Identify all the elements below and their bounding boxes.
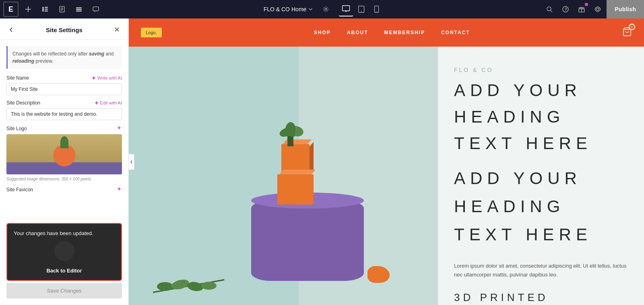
- gift-button[interactable]: [574, 2, 589, 16]
- website-preview: Logo. SHOP ABOUT MEMBERSHIP CONTACT 0: [129, 18, 644, 305]
- page-name: FLO & CO: [264, 6, 290, 12]
- site-logo-add-button[interactable]: [116, 125, 122, 132]
- top-bar: E: [0, 0, 644, 18]
- hero-heading-line2: HEADING: [454, 108, 628, 126]
- tablet-view-button[interactable]: [354, 2, 368, 16]
- svg-rect-3: [45, 7, 48, 8]
- svg-rect-5: [45, 10, 48, 12]
- hero-cta-line1: 3D PRINTED: [454, 291, 628, 304]
- customize-button[interactable]: [38, 2, 52, 16]
- logo-hint-text: Suggested image dimensions: 350 × 100 pi…: [6, 177, 122, 181]
- help-button[interactable]: ?: [558, 2, 573, 16]
- hero-heading-line1: ADD YOUR: [454, 81, 628, 100]
- edit-with-ai-button[interactable]: Edit with AI: [94, 100, 122, 105]
- back-button[interactable]: [6, 25, 16, 35]
- hero-subheading-line1: ADD YOUR: [454, 169, 628, 188]
- main-layout: Site Settings ✕ Changes will be reflecte…: [0, 18, 644, 305]
- notification-avatar: [54, 241, 74, 261]
- hero-content: FLO & CO ADD YOUR HEADING TEXT HERE ADD …: [438, 47, 644, 305]
- website-logo: Logo.: [141, 28, 162, 37]
- site-description-input[interactable]: [6, 108, 122, 120]
- notification-popup: Your changes have been updated. Back to …: [6, 223, 122, 281]
- elementor-logo[interactable]: E: [3, 2, 19, 17]
- site-logo-preview[interactable]: [6, 134, 122, 174]
- nav-contact[interactable]: CONTACT: [441, 30, 470, 35]
- site-logo-label: Site Logo: [6, 126, 27, 131]
- publish-button[interactable]: Publish: [607, 0, 644, 18]
- svg-point-22: [547, 7, 551, 11]
- brand-name: FLO & CO: [454, 67, 628, 73]
- svg-point-19: [361, 11, 361, 12]
- cart-count: 0: [629, 24, 635, 30]
- top-bar-left: E: [3, 2, 103, 17]
- hero-body-text: Lorem ipsum dolor sit amet, consectetur …: [454, 262, 628, 279]
- cta-block: 3D PRINTED VASES: [454, 291, 628, 305]
- rock: [367, 266, 390, 283]
- svg-rect-10: [76, 7, 82, 8]
- site-description-row: Site Description Edit with AI: [6, 100, 122, 120]
- preview-area: Logo. SHOP ABOUT MEMBERSHIP CONTACT 0: [129, 18, 644, 305]
- desktop-view-button[interactable]: [339, 2, 353, 16]
- heading-block-2: ADD YOUR HEADING TEXT HERE: [454, 169, 628, 254]
- svg-rect-11: [76, 9, 82, 10]
- heading-block-1: ADD YOUR HEADING TEXT HERE: [454, 81, 628, 161]
- top-bar-center: FLO & CO Home: [260, 2, 384, 16]
- site-name-label-row: Site Name Write with AI: [6, 75, 122, 81]
- site-favicon-add-button[interactable]: [116, 186, 122, 193]
- nav-shop[interactable]: SHOP: [314, 30, 331, 35]
- hero-subheading-line3: TEXT HERE: [454, 225, 628, 244]
- nav-about[interactable]: ABOUT: [347, 30, 368, 35]
- website-header: Logo. SHOP ABOUT MEMBERSHIP CONTACT 0: [129, 18, 644, 47]
- save-changes-button[interactable]: Save Changes: [6, 283, 122, 299]
- page-selector[interactable]: FLO & CO Home: [260, 4, 316, 14]
- svg-rect-2: [42, 7, 44, 12]
- site-logo-label-row: Site Logo: [6, 125, 122, 132]
- nav-membership[interactable]: MEMBERSHIP: [384, 30, 425, 35]
- top-bar-right: ? Publish: [542, 0, 644, 18]
- chevron-down-icon: [308, 7, 313, 12]
- cart-button[interactable]: 0: [622, 27, 632, 38]
- back-to-editor-button[interactable]: Back to Editor: [14, 268, 115, 274]
- ai-edit-icon: [94, 100, 99, 105]
- search-button[interactable]: [542, 2, 557, 16]
- pages-button[interactable]: [55, 2, 69, 16]
- website-nav: SHOP ABOUT MEMBERSHIP CONTACT: [314, 30, 470, 35]
- sidebar-header: Site Settings ✕: [0, 18, 128, 40]
- cube-stack: [281, 144, 314, 205]
- mobile-view-button[interactable]: [369, 2, 384, 16]
- layers-button[interactable]: [72, 2, 86, 16]
- notice-text: Changes will be reflected only after sav…: [12, 51, 114, 64]
- preview-button[interactable]: [590, 2, 605, 16]
- cylinder-base: [251, 201, 364, 281]
- site-settings-panel: Site Settings ✕ Changes will be reflecte…: [0, 18, 129, 305]
- site-description-label-row: Site Description Edit with AI: [6, 100, 122, 106]
- site-favicon-label: Site Favicon: [6, 187, 33, 192]
- page-name-text: Home: [291, 6, 306, 12]
- site-favicon-label-row: Site Favicon: [6, 186, 122, 193]
- svg-line-23: [551, 10, 552, 12]
- site-name-input[interactable]: [6, 83, 122, 95]
- site-name-label: Site Name: [6, 75, 29, 81]
- branch: [153, 265, 233, 293]
- close-button[interactable]: ✕: [112, 25, 122, 35]
- notification-text: Your changes have been updated.: [14, 230, 115, 236]
- svg-text:?: ?: [565, 7, 568, 12]
- svg-rect-13: [93, 7, 99, 11]
- site-favicon-row: Site Favicon: [6, 186, 122, 193]
- notice-box: Changes will be reflected only after sav…: [6, 46, 122, 69]
- svg-point-29: [597, 8, 599, 10]
- hero-image: [129, 47, 438, 305]
- site-name-row: Site Name Write with AI: [6, 75, 122, 95]
- collapse-sidebar-button[interactable]: [129, 154, 134, 170]
- write-with-ai-button[interactable]: Write with AI: [91, 76, 122, 80]
- website-hero: FLO & CO ADD YOUR HEADING TEXT HERE ADD …: [129, 47, 644, 305]
- page-settings-button[interactable]: [319, 3, 332, 16]
- svg-rect-12: [76, 10, 82, 12]
- add-element-button[interactable]: [21, 2, 35, 16]
- svg-point-21: [376, 11, 377, 12]
- comments-button[interactable]: [89, 2, 103, 16]
- sidebar-title: Site Settings: [46, 27, 83, 33]
- device-selector: [339, 2, 384, 16]
- site-description-label: Site Description: [6, 100, 40, 106]
- svg-point-14: [325, 8, 327, 10]
